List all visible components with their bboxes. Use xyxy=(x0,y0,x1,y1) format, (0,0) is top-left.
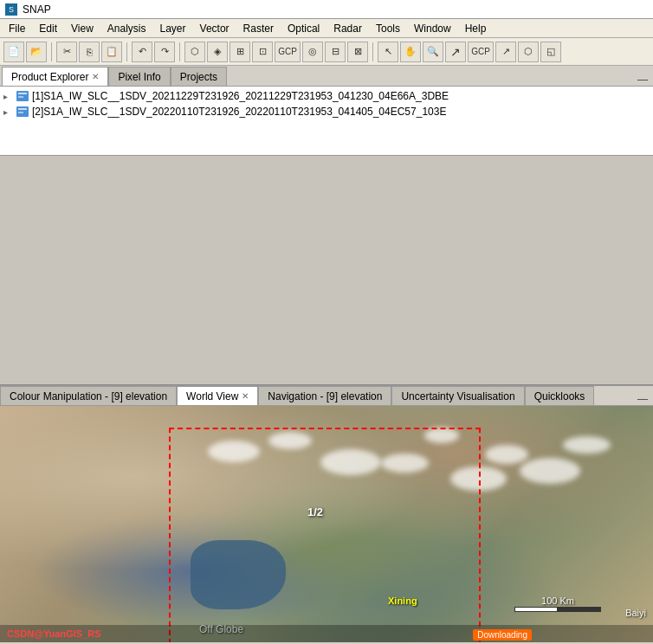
watermark-text: CSDN@YuanGIS_RS xyxy=(7,628,101,639)
product-label-1: [1] xyxy=(32,90,43,102)
hand-button[interactable]: ✋ xyxy=(400,42,421,62)
tree-arrow-2[interactable]: ▸ xyxy=(3,107,16,117)
cloud-9 xyxy=(563,436,611,454)
panel-expand-button[interactable]: — xyxy=(632,74,653,86)
menu-vector[interactable]: Vector xyxy=(193,21,236,36)
menubar: File Edit View Analysis Layer Vector Ras… xyxy=(0,19,653,38)
tool-arrow3[interactable]: ↗ xyxy=(495,42,516,62)
menu-optical[interactable]: Optical xyxy=(281,21,326,36)
zoom-button[interactable]: 🔍 xyxy=(423,42,443,62)
tool-corner[interactable]: ◱ xyxy=(540,42,561,62)
redo-button[interactable]: ↷ xyxy=(154,42,175,62)
tool-arrow2[interactable]: ↗ xyxy=(445,42,466,62)
separator-1 xyxy=(51,42,52,61)
svg-rect-5 xyxy=(18,112,23,113)
product-icon-1 xyxy=(16,89,29,103)
tool-hexagon[interactable]: ⬡ xyxy=(184,42,205,62)
product-name-2: S1A_IW_SLC__1SDV_20220110T231926_2022011… xyxy=(43,106,446,118)
menu-layer[interactable]: Layer xyxy=(153,21,193,36)
new-button[interactable]: 📄 xyxy=(3,42,24,62)
paste-button[interactable]: 📋 xyxy=(101,42,122,62)
menu-window[interactable]: Window xyxy=(407,21,458,36)
tree-item-1[interactable]: ▸ [1] S1A_IW_SLC__1SDV_20211229T231926_2… xyxy=(2,88,651,104)
menu-radar[interactable]: Radar xyxy=(326,21,369,36)
toolbar: 📄 📂 ✂ ⎘ 📋 ↶ ↷ ⬡ ◈ ⊞ ⊡ GCP ◎ ⊟ ⊠ ↖ ✋ 🔍 ↗ … xyxy=(0,38,653,66)
product-name-1: S1A_IW_SLC__1SDV_20211229T231926_2021122… xyxy=(43,90,449,102)
svg-rect-2 xyxy=(18,96,23,98)
tool-grid[interactable]: ⊞ xyxy=(230,42,250,62)
separator-2 xyxy=(126,42,127,61)
tool-minus[interactable]: ⊟ xyxy=(325,42,346,62)
menu-view[interactable]: View xyxy=(64,21,100,36)
menu-help[interactable]: Help xyxy=(458,21,494,36)
tab-quicklooks[interactable]: Quicklooks xyxy=(525,386,595,405)
titlebar: S SNAP xyxy=(0,0,653,19)
downloading-badge: Downloading xyxy=(473,629,532,641)
gcp-button2[interactable]: GCP xyxy=(468,42,494,62)
gcp-button[interactable]: GCP xyxy=(275,42,301,62)
arrow-button[interactable]: ↖ xyxy=(378,42,398,62)
undo-button[interactable]: ↶ xyxy=(132,42,152,62)
scale-seg-black xyxy=(558,607,601,612)
tab-product-explorer[interactable]: Product Explorer ✕ xyxy=(2,67,108,86)
open-button[interactable]: 📂 xyxy=(26,42,47,62)
tab-colour-manipulation[interactable]: Colour Manipulation - [9] elevation xyxy=(0,386,177,405)
scale-seg-white xyxy=(514,607,558,612)
bottom-tabs: Colour Manipulation - [9] elevation Worl… xyxy=(0,385,653,406)
tool-x[interactable]: ⊠ xyxy=(347,42,368,62)
svg-rect-1 xyxy=(18,93,27,94)
tab-world-view[interactable]: World View ✕ xyxy=(177,386,258,405)
cloud-1 xyxy=(208,441,260,462)
product-explorer-panel: ▸ [1] S1A_IW_SLC__1SDV_20211229T231926_2… xyxy=(0,87,653,156)
scale-bar: 100 Km xyxy=(514,596,601,612)
cut-button[interactable]: ✂ xyxy=(56,42,77,62)
tree-item-2[interactable]: ▸ [2] S1A_IW_SLC__1SDV_20220110T231926_2… xyxy=(2,104,651,119)
cloud-6 xyxy=(450,467,507,491)
world-view-panel[interactable]: 1/2 Xining Baiyi Off Globe 100 Km CSDN@Y… xyxy=(0,406,653,642)
tab-uncertainty[interactable]: Uncertainty Visualisation xyxy=(391,386,524,405)
app-title: SNAP xyxy=(23,3,51,16)
xining-label: Xining xyxy=(388,596,417,606)
close-world-view[interactable]: ✕ xyxy=(242,391,249,401)
tool-hex2[interactable]: ⬡ xyxy=(518,42,539,62)
bottom-expand-button[interactable]: — xyxy=(632,393,653,405)
map-marker-label: 1/2 xyxy=(307,506,323,518)
copy-button[interactable]: ⎘ xyxy=(79,42,100,62)
menu-edit[interactable]: Edit xyxy=(32,21,64,36)
tab-pixel-info[interactable]: Pixel Info xyxy=(108,67,170,86)
cloud-5 xyxy=(424,428,459,443)
cloud-2 xyxy=(268,432,312,449)
product-label-2: [2] xyxy=(32,106,43,118)
separator-4 xyxy=(372,42,373,61)
menu-analysis[interactable]: Analysis xyxy=(100,21,153,36)
tool-grid2[interactable]: ⊡ xyxy=(252,42,273,62)
tree-arrow-1[interactable]: ▸ xyxy=(3,92,16,101)
menu-raster[interactable]: Raster xyxy=(236,21,281,36)
cloud-4 xyxy=(381,454,429,473)
menu-tools[interactable]: Tools xyxy=(369,21,407,36)
tool-diamond[interactable]: ◈ xyxy=(207,42,228,62)
svg-rect-4 xyxy=(18,108,27,110)
status-bar: CSDN@YuanGIS_RS Downloading xyxy=(0,625,653,642)
tool-circle[interactable]: ◎ xyxy=(302,42,323,62)
product-icon-2 xyxy=(16,105,29,119)
close-product-explorer[interactable]: ✕ xyxy=(92,72,99,81)
water-body xyxy=(191,540,286,609)
tab-projects[interactable]: Projects xyxy=(171,67,227,86)
cloud-3 xyxy=(320,449,381,475)
menu-file[interactable]: File xyxy=(2,21,32,36)
cloud-8 xyxy=(520,458,580,484)
main-map-area xyxy=(0,156,653,385)
baiyi-label: Baiyi xyxy=(625,608,646,618)
scale-label: 100 Km xyxy=(541,596,574,606)
cloud-7 xyxy=(485,445,528,464)
panel-tabs: Product Explorer ✕ Pixel Info Projects — xyxy=(0,66,653,87)
app-icon: S xyxy=(5,3,17,16)
separator-3 xyxy=(179,42,180,61)
tab-navigation[interactable]: Navigation - [9] elevation xyxy=(258,386,391,405)
